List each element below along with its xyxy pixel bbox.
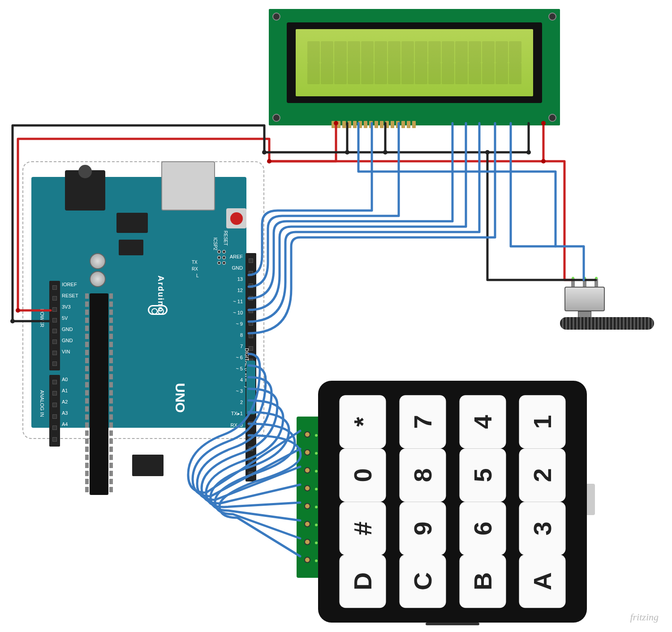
keypad-key-2[interactable]: 2 [519, 448, 566, 502]
mounting-hole [548, 114, 556, 122]
wire-5v-pot [543, 161, 572, 280]
pin-label: ~ 5 [230, 366, 243, 371]
keypad-pin [304, 467, 310, 473]
keypad-tab [587, 484, 595, 515]
keypad-key-7[interactable]: 7 [399, 396, 446, 449]
lcd-cell [361, 63, 374, 84]
pin-label: GND [230, 265, 243, 271]
pin-label: RX◂0 [230, 422, 243, 428]
keypad-key-3[interactable]: 3 [519, 502, 566, 555]
lcd-pin [401, 121, 405, 128]
keypad-key-5[interactable]: 5 [459, 448, 506, 502]
pin-label: 4 [230, 377, 243, 383]
pin-label: AREF [230, 254, 243, 259]
wire-d9-lcd [249, 123, 479, 322]
tx-label: TX [192, 260, 198, 265]
lcd-cell [495, 63, 508, 84]
analog-pin-labels: ANALOG IN A0A1A2A3A4A5 [62, 377, 68, 438]
digital-header [246, 253, 256, 482]
keypad-pin-header [297, 417, 318, 578]
on-label: ON [180, 456, 185, 464]
reset-label: RESET [223, 231, 228, 245]
fritzing-watermark: fritzing [630, 611, 659, 623]
arduino-brand-label: Arduino [156, 275, 165, 313]
lcd-pin [396, 121, 400, 128]
svg-point-8 [383, 150, 388, 155]
pin-label: ~ 11 [230, 299, 243, 304]
lcd-pin [353, 121, 357, 128]
mounting-hole [272, 13, 280, 21]
lcd-bezel [287, 22, 542, 103]
pin-label: VIN [62, 349, 78, 354]
pin-label: 12 [230, 288, 243, 293]
keypad-key-hash[interactable]: # [340, 502, 386, 555]
pin-label: RESET [62, 293, 78, 298]
keypad-key-d[interactable]: D [340, 555, 386, 608]
lcd-cell [321, 41, 333, 63]
voltage-regulator [116, 213, 148, 233]
power-group-label: POWER [39, 309, 45, 327]
reset-button[interactable] [226, 208, 246, 228]
keypad-key-c[interactable]: C [399, 555, 446, 608]
lcd-cell [401, 41, 414, 63]
wire-pot-lcd-v0 [358, 123, 584, 280]
pin-label: A3 [62, 410, 68, 416]
keypad-key-0[interactable]: 0 [340, 448, 386, 502]
icsp2-header [217, 250, 227, 266]
lcd-cell [334, 63, 347, 84]
keypad-key-b[interactable]: B [459, 555, 506, 608]
svg-point-6 [262, 150, 267, 155]
keypad-pin [304, 557, 310, 563]
lcd-pin-header [332, 121, 416, 128]
lcd-cell [469, 63, 481, 84]
keypad-pin [304, 449, 310, 456]
potentiometer-shaft[interactable] [560, 317, 654, 330]
lcd-cell [348, 63, 360, 84]
lcd-cell [455, 63, 468, 84]
lcd-cell [415, 41, 427, 63]
wire-d1-keypad [215, 424, 300, 538]
lcd-cell [495, 41, 508, 63]
lcd-cell [509, 63, 521, 84]
pin-label: A0 [62, 377, 68, 382]
potentiometer-pin-2 [583, 279, 586, 287]
keypad-pin [304, 503, 310, 509]
lcd-cell [455, 41, 468, 63]
lcd-pin [385, 121, 389, 128]
l-label: L [196, 273, 199, 278]
wire-d10-lcd [249, 123, 466, 310]
pin-label: A4 [62, 421, 68, 427]
lcd-cell [307, 41, 320, 63]
lcd-pin [412, 121, 416, 128]
arduino-uno: RESET Arduino UNO TX RX L ICSP2 ICSP 1 O… [22, 161, 264, 439]
pin-label: GND [62, 327, 78, 332]
ic-chip [119, 240, 143, 255]
keypad-key-star[interactable]: * [340, 396, 386, 449]
dc-power-jack [65, 170, 105, 211]
keypad-key-1[interactable]: 1 [519, 396, 566, 449]
lcd-pin [348, 121, 351, 128]
arduino-pcb: RESET Arduino UNO TX RX L ICSP2 ICSP 1 O… [31, 177, 246, 428]
lcd-screen [296, 29, 533, 96]
wire-d8-lcd [249, 123, 495, 333]
keypad-slit [426, 623, 479, 625]
keypad-key-a[interactable]: A [519, 555, 566, 608]
keypad-key-4[interactable]: 4 [459, 396, 506, 449]
rx-label: RX [192, 267, 198, 271]
keypad-pin [304, 431, 310, 438]
lcd-cell [334, 41, 347, 63]
lcd-16x2-module [269, 9, 560, 125]
wire-d13-lcd [249, 123, 372, 275]
keypad-key-9[interactable]: 9 [399, 502, 446, 555]
svg-point-2 [541, 159, 546, 163]
svg-point-0 [16, 308, 20, 313]
lcd-cell [375, 63, 387, 84]
analog-group-label: ANALOG IN [39, 390, 45, 417]
keypad-key-6[interactable]: 6 [459, 502, 506, 555]
wire-d0-keypad [220, 435, 301, 556]
keypad-pin [304, 485, 310, 491]
pin-label: 13 [230, 276, 243, 282]
power-pin-labels: POWER IOREFRESET3V35VGNDGNDVIN [62, 282, 78, 354]
pin-label: A1 [62, 388, 68, 393]
keypad-key-8[interactable]: 8 [399, 448, 446, 502]
